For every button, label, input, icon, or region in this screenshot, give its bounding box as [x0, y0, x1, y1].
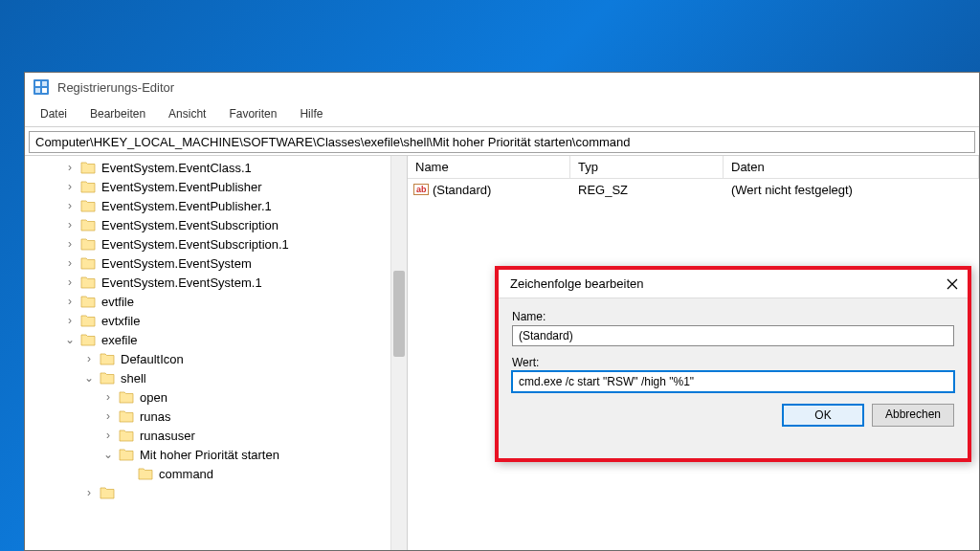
col-name[interactable]: Name — [408, 156, 570, 178]
chevron-right-icon[interactable]: › — [63, 181, 77, 192]
regedit-icon — [33, 78, 50, 96]
tree-item[interactable]: ⌄exefile — [25, 330, 407, 349]
tree-item[interactable]: ›runasuser — [25, 426, 407, 445]
value-input[interactable] — [512, 371, 954, 392]
tree-item[interactable]: ›evtfile — [25, 292, 407, 311]
chevron-right-icon[interactable]: › — [63, 200, 77, 211]
tree-item-label: EventSystem.EventSubscription — [101, 218, 278, 232]
listview-row[interactable]: ab (Standard) REG_SZ (Wert nicht festgel… — [408, 179, 979, 200]
menu-view[interactable]: Ansicht — [159, 103, 215, 124]
menu-file[interactable]: Datei — [31, 103, 77, 124]
folder-icon — [80, 333, 96, 346]
tree-item[interactable]: ›runas — [25, 407, 407, 426]
folder-icon — [100, 371, 115, 385]
folder-icon — [119, 390, 134, 404]
tree-item-label: evtfile — [101, 295, 134, 309]
menu-help[interactable]: Hilfe — [290, 103, 332, 124]
scrollbar-thumb[interactable] — [393, 271, 405, 357]
chevron-down-icon[interactable]: ⌄ — [101, 449, 115, 460]
col-type[interactable]: Typ — [570, 156, 724, 178]
tree-item[interactable]: ⌄Mit hoher Priorität starten — [25, 445, 407, 464]
dialog-buttons: OK Abbrechen — [512, 404, 954, 427]
cancel-button[interactable]: Abbrechen — [872, 404, 954, 427]
row-type: REG_SZ — [570, 183, 724, 197]
folder-icon — [80, 199, 96, 212]
tree-item-label: shell — [121, 371, 146, 386]
tree-item[interactable]: › — [25, 483, 407, 502]
chevron-right-icon[interactable]: › — [63, 315, 77, 326]
folder-icon — [119, 409, 134, 423]
tree-item[interactable]: ›EventSystem.EventPublisher.1 — [25, 196, 407, 215]
tree-scrollbar[interactable] — [390, 156, 407, 550]
tree-item-label: DefaultIcon — [121, 352, 184, 366]
close-icon[interactable] — [945, 276, 960, 292]
tree-item-label: EventSystem.EventSystem.1 — [101, 276, 262, 290]
chevron-right-icon[interactable]: › — [101, 430, 115, 441]
chevron-down-icon[interactable]: ⌄ — [63, 334, 77, 345]
tree-item[interactable]: ›DefaultIcon — [25, 349, 407, 368]
folder-icon — [119, 429, 134, 442]
value-label: Wert: — [512, 356, 954, 369]
menubar: Datei Bearbeiten Ansicht Favoriten Hilfe — [25, 101, 979, 127]
dialog-titlebar: Zeichenfolge bearbeiten — [499, 270, 968, 298]
window-title: Registrierungs-Editor — [57, 80, 174, 95]
folder-icon — [80, 180, 96, 193]
name-input[interactable] — [512, 325, 954, 346]
tree-item-label: EventSystem.EventPublisher.1 — [101, 199, 272, 213]
tree-item[interactable]: ›open — [25, 387, 407, 407]
titlebar: Registrierungs-Editor — [25, 73, 979, 101]
chevron-right-icon[interactable]: › — [101, 410, 115, 422]
address-bar[interactable]: Computer\HKEY_LOCAL_MACHINE\SOFTWARE\Cla… — [29, 131, 975, 153]
chevron-right-icon[interactable]: › — [63, 162, 77, 173]
menu-edit[interactable]: Bearbeiten — [80, 103, 155, 124]
string-value-icon: ab — [413, 182, 429, 197]
tree-item[interactable]: command — [25, 464, 407, 483]
edit-string-dialog: Zeichenfolge bearbeiten Name: Wert: OK A… — [495, 266, 971, 462]
chevron-right-icon[interactable]: › — [63, 276, 77, 288]
folder-icon — [119, 448, 134, 461]
chevron-down-icon[interactable]: ⌄ — [82, 372, 96, 384]
chevron-right-icon[interactable]: › — [82, 353, 96, 364]
tree-item-label: exefile — [101, 333, 138, 347]
tree-pane: ›EventSystem.EventClass.1›EventSystem.Ev… — [25, 156, 408, 550]
tree-item[interactable]: ›EventSystem.EventSubscription — [25, 215, 407, 234]
col-data[interactable]: Daten — [724, 156, 979, 178]
chevron-right-icon[interactable]: › — [82, 487, 96, 498]
folder-icon — [80, 276, 96, 289]
tree-item[interactable]: ›EventSystem.EventSystem — [25, 253, 407, 273]
folder-icon — [100, 486, 115, 499]
name-label: Name: — [512, 310, 954, 323]
tree-item-label: runas — [140, 409, 171, 424]
tree-item-label: Mit hoher Priorität starten — [140, 448, 279, 462]
tree-item-label: runasuser — [140, 429, 195, 443]
folder-icon — [80, 295, 96, 308]
tree-item[interactable]: ›EventSystem.EventPublisher — [25, 177, 407, 196]
folder-icon — [80, 161, 96, 174]
folder-icon — [80, 218, 96, 231]
dialog-title: Zeichenfolge bearbeiten — [510, 276, 644, 291]
chevron-right-icon[interactable]: › — [63, 219, 77, 231]
row-data: (Wert nicht festgelegt) — [724, 183, 979, 197]
chevron-right-icon[interactable]: › — [101, 391, 115, 403]
tree-item-label: EventSystem.EventSystem — [101, 256, 252, 271]
tree-item-label: open — [140, 390, 167, 405]
tree-item-label: EventSystem.EventSubscription.1 — [101, 237, 289, 252]
tree-item[interactable]: ›EventSystem.EventSystem.1 — [25, 273, 407, 292]
svg-rect-2 — [42, 81, 47, 86]
menu-favorites[interactable]: Favoriten — [219, 103, 286, 124]
ok-button[interactable]: OK — [782, 404, 864, 427]
tree-item-label: EventSystem.EventClass.1 — [101, 161, 252, 175]
svg-rect-3 — [35, 88, 40, 93]
svg-rect-1 — [35, 81, 40, 86]
tree-item[interactable]: ›evtxfile — [25, 311, 407, 330]
tree-item[interactable]: ›EventSystem.EventSubscription.1 — [25, 234, 407, 253]
chevron-right-icon[interactable]: › — [63, 296, 77, 307]
folder-icon — [138, 467, 153, 480]
tree-item[interactable]: ⌄shell — [25, 368, 407, 387]
chevron-right-icon[interactable]: › — [63, 238, 77, 250]
folder-icon — [80, 256, 96, 270]
svg-text:ab: ab — [416, 185, 427, 194]
tree-item[interactable]: ›EventSystem.EventClass.1 — [25, 158, 407, 177]
folder-icon — [80, 314, 96, 327]
chevron-right-icon[interactable]: › — [63, 257, 77, 269]
